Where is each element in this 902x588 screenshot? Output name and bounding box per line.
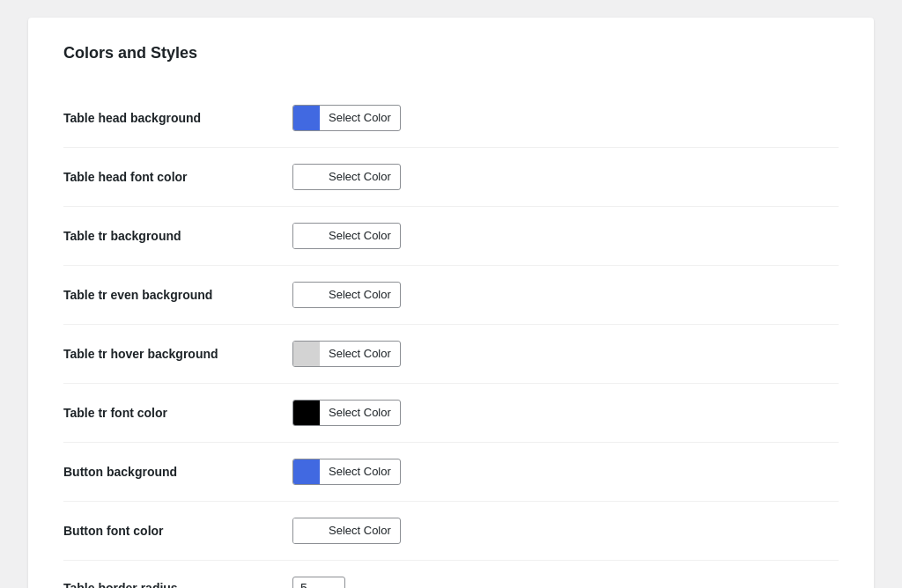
label-table-tr-hover-background: Table tr hover background bbox=[63, 347, 292, 361]
color-button-label-table-head-font-color: Select Color bbox=[320, 165, 400, 189]
label-button-font-color: Button font color bbox=[63, 524, 292, 538]
color-swatch-table-head-background bbox=[293, 106, 320, 130]
color-swatch-table-tr-font-color bbox=[293, 401, 320, 425]
color-picker-button-table-tr-hover-background[interactable]: Select Color bbox=[292, 341, 401, 367]
color-swatch-table-tr-even-background bbox=[293, 283, 320, 307]
color-picker-button-button-background[interactable]: Select Color bbox=[292, 459, 401, 485]
color-picker-button-table-head-font-color[interactable]: Select Color bbox=[292, 164, 401, 190]
row-table-head-background: Table head backgroundSelect Color bbox=[63, 89, 839, 148]
number-input-table-border-radius[interactable] bbox=[292, 577, 345, 588]
color-button-label-table-tr-background: Select Color bbox=[320, 224, 400, 248]
label-table-tr-background: Table tr background bbox=[63, 229, 292, 243]
row-table-tr-even-background: Table tr even backgroundSelect Color bbox=[63, 266, 839, 325]
label-table-head-background: Table head background bbox=[63, 111, 292, 125]
color-button-label-table-tr-font-color: Select Color bbox=[320, 401, 400, 425]
color-button-label-button-font-color: Select Color bbox=[320, 518, 400, 543]
color-swatch-table-tr-hover-background bbox=[293, 342, 320, 366]
row-table-head-font-color: Table head font colorSelect Color bbox=[63, 148, 839, 207]
color-swatch-table-head-font-color bbox=[293, 165, 320, 189]
color-picker-button-table-tr-background[interactable]: Select Color bbox=[292, 223, 401, 249]
panel-title: Colors and Styles bbox=[63, 44, 839, 62]
label-button-background: Button background bbox=[63, 465, 292, 479]
label-table-border-radius: Table border radius bbox=[63, 581, 292, 588]
row-button-background: Button backgroundSelect Color bbox=[63, 443, 839, 502]
color-swatch-button-font-color bbox=[293, 518, 320, 543]
row-table-tr-font-color: Table tr font colorSelect Color bbox=[63, 384, 839, 443]
row-table-border-radius: Table border radius bbox=[63, 561, 839, 588]
label-table-tr-font-color: Table tr font color bbox=[63, 406, 292, 420]
label-table-tr-even-background: Table tr even background bbox=[63, 288, 292, 302]
color-picker-button-table-tr-font-color[interactable]: Select Color bbox=[292, 400, 401, 426]
row-button-font-color: Button font colorSelect Color bbox=[63, 502, 839, 561]
color-button-label-table-tr-even-background: Select Color bbox=[320, 283, 400, 307]
color-swatch-button-background bbox=[293, 459, 320, 484]
color-swatch-table-tr-background bbox=[293, 224, 320, 248]
settings-rows: Table head backgroundSelect ColorTable h… bbox=[63, 89, 839, 588]
row-table-tr-background: Table tr backgroundSelect Color bbox=[63, 207, 839, 266]
label-table-head-font-color: Table head font color bbox=[63, 170, 292, 184]
colors-and-styles-panel: Colors and Styles Table head backgroundS… bbox=[28, 18, 874, 588]
row-table-tr-hover-background: Table tr hover backgroundSelect Color bbox=[63, 325, 839, 384]
color-picker-button-table-tr-even-background[interactable]: Select Color bbox=[292, 282, 401, 308]
color-button-label-table-tr-hover-background: Select Color bbox=[320, 342, 400, 366]
color-button-label-table-head-background: Select Color bbox=[320, 106, 400, 130]
color-picker-button-button-font-color[interactable]: Select Color bbox=[292, 518, 401, 544]
color-button-label-button-background: Select Color bbox=[320, 459, 400, 484]
color-picker-button-table-head-background[interactable]: Select Color bbox=[292, 105, 401, 131]
